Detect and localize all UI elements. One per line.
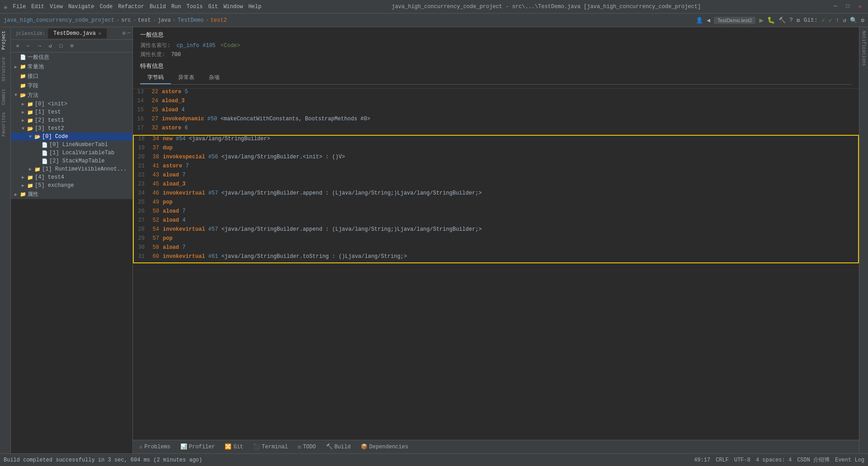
tree-item-linenumber[interactable]: 📄 [0] LineNumberTabl [11, 141, 132, 149]
tab-profiler[interactable]: 📊 Profiler [176, 442, 220, 452]
menu-git[interactable]: Git [208, 4, 218, 10]
help-icon[interactable]: ? [789, 17, 793, 24]
minimize-panel-icon[interactable]: — [127, 30, 131, 37]
tab-bytecode[interactable]: 字节码 [140, 72, 171, 84]
highlight-block: 18 34 new #54 <java/lang/StringBuilder> … [133, 135, 859, 263]
tree-item-runtime[interactable]: ▶ 📁 [1] RuntimeVisibleAnnot... [11, 165, 132, 173]
nav-icon1[interactable]: 👤 [696, 17, 703, 24]
close-tree-btn[interactable]: ✕ [13, 41, 23, 51]
git-label: Git: [804, 17, 818, 24]
tab-dependencies[interactable]: 📦 Dependencies [356, 442, 413, 452]
menu-window[interactable]: Window [223, 4, 243, 10]
tree-item-exchange[interactable]: ▶ 📁 [5] exchange [11, 181, 132, 190]
csdn-link[interactable]: CSDN 介绍博 [797, 456, 830, 464]
close-button[interactable]: ✕ [856, 2, 864, 11]
breadcrumb-java[interactable]: java [158, 17, 171, 24]
debug-button[interactable]: 🐛 [767, 16, 775, 24]
collapse-tree-btn[interactable]: □ [56, 41, 66, 51]
menu-tools[interactable]: Tools [187, 4, 203, 10]
git-refresh[interactable]: ↺ [843, 17, 846, 24]
tree-item-general[interactable]: 📄 一般信息 [11, 52, 132, 62]
menu-build[interactable]: Build [150, 4, 166, 10]
forward-tree-btn[interactable]: → [34, 41, 44, 51]
nav-back[interactable]: ◀ [707, 17, 710, 24]
tree-label: [2] StackMapTable [49, 158, 104, 164]
title-bar-left: ☕ File Edit View Navigate Code Refactor … [4, 3, 261, 10]
event-log-btn[interactable]: Event Log [835, 457, 864, 463]
charset-indicator[interactable]: UTF-8 [734, 457, 750, 463]
breadcrumb-test[interactable]: test [138, 17, 151, 24]
folder-icon: 📁 [27, 183, 33, 189]
menu-code[interactable]: Code [99, 4, 113, 10]
close-tab-icon[interactable]: ✕ [99, 31, 101, 36]
tab-exception[interactable]: 异常表 [171, 72, 202, 84]
tree-item-init[interactable]: ▶ 📁 [0] <init> [11, 100, 132, 108]
tab-todo[interactable]: ☑ TODO [293, 442, 321, 452]
code-line-row: 31 60 invokevirtual #61 <java/lang/Strin… [134, 253, 858, 262]
minimize-button[interactable]: — [831, 2, 840, 11]
build-button[interactable]: 🔨 [778, 17, 786, 24]
sidebar-item-project[interactable]: Project [0, 27, 10, 53]
title-bar: ☕ File Edit View Navigate Code Refactor … [0, 0, 868, 14]
tree-item-test4[interactable]: ▶ 📁 [4] test4 [11, 173, 132, 181]
tree-item-method[interactable]: ▼ 📂 方法 [11, 90, 132, 100]
tree-content: 📄 一般信息 ▶ 📁 常量池 📁 接口 📁 [11, 52, 132, 199]
back-tree-btn[interactable]: ← [24, 41, 33, 51]
tab-misc[interactable]: 杂项 [202, 72, 227, 84]
tree-item-attr[interactable]: ▶ 📁 属性 [11, 190, 132, 199]
maximize-button[interactable]: □ [844, 2, 852, 11]
sidebar-item-commit[interactable]: Commit [0, 85, 10, 109]
tree-item-test2[interactable]: ▼ 📂 [3] test2 [11, 124, 132, 133]
tree-item-localvar[interactable]: 📄 [1] LocalVariableTab [11, 149, 132, 157]
menu-edit[interactable]: Edit [31, 4, 44, 10]
tab-git[interactable]: 🔀 Git [220, 442, 248, 452]
menu-file[interactable]: File [13, 4, 26, 10]
git-push[interactable]: ↑ [836, 17, 840, 24]
options-tree-btn[interactable]: ⊙ [67, 41, 77, 51]
position-indicator[interactable]: 49:17 [694, 457, 710, 463]
code-editor[interactable]: 13 22 astore 5 14 24 aload_3 15 25 aload… [133, 89, 859, 440]
breadcrumb-testdemo[interactable]: TestDemo [178, 17, 204, 24]
git-check1[interactable]: ✓ [821, 17, 825, 24]
tree-item-interface[interactable]: 📁 接口 [11, 71, 132, 81]
breadcrumb-src[interactable]: src [121, 17, 131, 24]
tree-item-test[interactable]: ▶ 📁 [1] test [11, 108, 132, 116]
menu-run[interactable]: Run [171, 4, 181, 10]
notifications-btn[interactable]: Notifications [860, 29, 867, 68]
breadcrumb-test2[interactable]: test2 [211, 17, 227, 24]
sidebar-item-favorites[interactable]: Favorites [0, 109, 10, 140]
indent-indicator[interactable]: 4 spaces: 4 [756, 457, 792, 463]
tab-terminal[interactable]: ⬛ Terminal [249, 442, 292, 452]
tree-label: 方法 [28, 91, 38, 99]
menu-view[interactable]: View [50, 4, 63, 10]
menu-navigate[interactable]: Navigate [68, 4, 94, 10]
search-icon[interactable]: 🔍 [850, 17, 857, 24]
tree-item-constants[interactable]: ▶ 📁 常量池 [11, 62, 132, 71]
tree-item-code[interactable]: ▼ 📂 [0] Code [11, 133, 132, 141]
settings2-icon[interactable]: ⚙ [861, 17, 864, 24]
breadcrumb-project[interactable]: java_high_concurrency_code_project [4, 17, 114, 24]
menu-refactor[interactable]: Refactor [118, 4, 144, 10]
attr-len-label: 属性长度: [140, 52, 165, 58]
dependencies-icon: 📦 [361, 443, 368, 450]
run-button[interactable]: ▶ [759, 16, 764, 25]
tab-build[interactable]: 🔨 Build [321, 442, 355, 452]
tree-item-stackmap[interactable]: 📄 [2] StackMapTable [11, 157, 132, 165]
tree-item-test1[interactable]: ▶ 📁 [2] test1 [11, 116, 132, 124]
testdemo-tab[interactable]: TestDemo.java ✕ [48, 29, 107, 38]
expand-icon: ▶ [22, 183, 27, 188]
refresh-tree-btn[interactable]: ↺ [45, 41, 55, 51]
code-line-row: 23 45 aload_3 [134, 181, 858, 190]
line-ending-indicator[interactable]: CRLF [716, 457, 729, 463]
expand-icon: ▶ [22, 109, 27, 115]
settings-tab-icon[interactable]: ⚙ [123, 30, 126, 37]
tree-item-field[interactable]: 📁 字段 [11, 81, 132, 90]
menu-help[interactable]: Help [248, 4, 261, 10]
breadcrumb-sep2: › [133, 17, 136, 24]
settings-icon[interactable]: ⚙ [797, 17, 800, 24]
code-line-row: 18 34 new #54 <java/lang/StringBuilder> [134, 136, 858, 145]
run-config-dropdown[interactable]: TestDemo.test2 [714, 17, 755, 24]
git-check2[interactable]: ✓ [829, 17, 832, 24]
tab-problems[interactable]: ⚠ Problems [135, 442, 175, 452]
sidebar-item-structure[interactable]: Structure [0, 53, 10, 85]
